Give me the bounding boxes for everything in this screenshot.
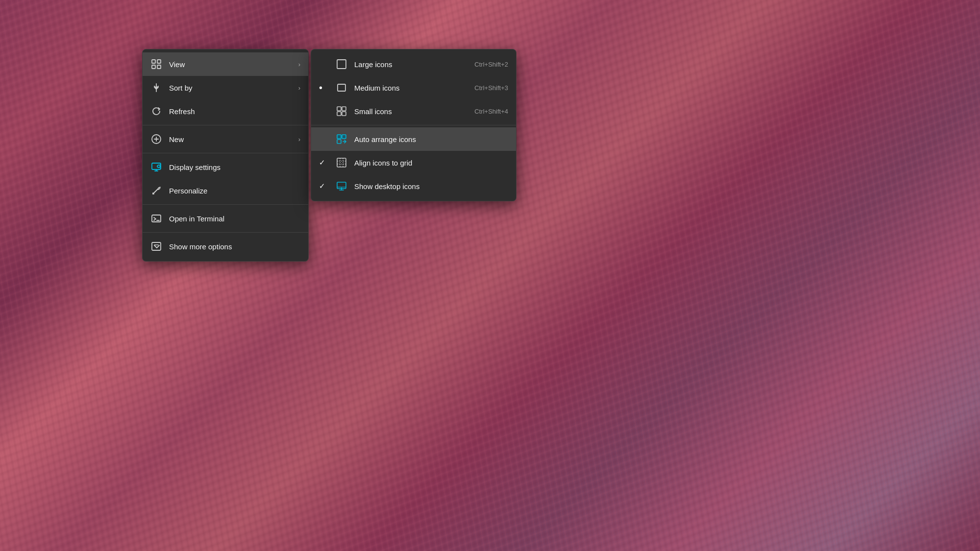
large-shortcut: Ctrl+Shift+2 (474, 61, 508, 68)
divider-1 (143, 125, 308, 125)
submenu-small-label: Small icons (354, 107, 467, 116)
view-arrow: › (298, 61, 300, 68)
refresh-icon (150, 105, 162, 117)
svg-rect-2 (152, 65, 155, 69)
svg-rect-21 (342, 107, 346, 111)
submenu-item-show-desktop[interactable]: ✓ Show desktop icons (311, 174, 516, 198)
submenu-desktop-label: Show desktop icons (354, 182, 508, 191)
new-arrow: › (298, 136, 300, 143)
svg-rect-1 (157, 60, 161, 63)
menu-item-view-label: View (169, 60, 292, 69)
align-grid-icon (336, 157, 347, 168)
small-shortcut: Ctrl+Shift+4 (474, 108, 508, 115)
align-check: ✓ (319, 158, 329, 167)
display-icon (150, 161, 162, 173)
svg-rect-26 (337, 140, 341, 144)
submenu-auto-label: Auto arrange icons (354, 135, 508, 144)
menu-item-personalize-label: Personalize (169, 187, 300, 195)
svg-rect-28 (337, 158, 346, 167)
medium-dot: • (319, 83, 329, 93)
menu-item-show-more[interactable]: Show more options (143, 235, 308, 258)
auto-arrange-icon (336, 133, 347, 145)
menu-item-new-label: New (169, 135, 292, 144)
menu-item-terminal-label: Open in Terminal (169, 215, 300, 223)
sort-arrow: › (298, 84, 300, 92)
more-icon (150, 240, 162, 252)
svg-rect-25 (342, 135, 346, 139)
menu-item-new[interactable]: New › (143, 127, 308, 151)
svg-rect-18 (338, 84, 345, 91)
submenu-align-label: Align icons to grid (354, 159, 508, 167)
menu-item-sort-by[interactable]: Sort by › (143, 76, 308, 99)
desktop-background: View › Sort by › (0, 0, 980, 551)
large-check (319, 60, 329, 69)
menu-item-refresh-label: Refresh (169, 107, 300, 116)
svg-rect-13 (152, 215, 161, 222)
submenu-large-label: Large icons (354, 60, 467, 69)
grid-icon (150, 58, 162, 70)
submenu-item-auto-arrange[interactable]: Auto arrange icons (311, 127, 516, 151)
small-check (319, 107, 329, 116)
menu-item-refresh[interactable]: Refresh (143, 99, 308, 123)
submenu-item-align-grid[interactable]: ✓ Align icons to grid (311, 151, 516, 174)
divider-4 (143, 232, 308, 233)
svg-rect-9 (152, 163, 161, 169)
sort-icon (150, 82, 162, 94)
menu-item-display-settings[interactable]: Display settings (143, 155, 308, 179)
svg-rect-22 (337, 112, 341, 116)
context-menu-container: View › Sort by › (142, 49, 516, 262)
show-desktop-icon (336, 180, 347, 192)
submenu-divider-1 (311, 125, 516, 125)
svg-rect-24 (337, 135, 341, 139)
svg-rect-0 (152, 60, 155, 63)
menu-item-view[interactable]: View › (143, 52, 308, 76)
context-menu: View › Sort by › (142, 49, 309, 262)
submenu-medium-label: Medium icons (354, 84, 467, 92)
submenu-item-large-icons[interactable]: Large icons Ctrl+Shift+2 (311, 52, 516, 76)
svg-rect-15 (152, 242, 161, 250)
large-icon-icon (336, 58, 347, 70)
small-icon-icon (336, 105, 347, 117)
menu-item-display-label: Display settings (169, 163, 300, 171)
divider-2 (143, 153, 308, 153)
auto-check (319, 135, 329, 144)
divider-3 (143, 204, 308, 205)
medium-shortcut: Ctrl+Shift+3 (474, 84, 508, 92)
menu-item-terminal[interactable]: Open in Terminal (143, 207, 308, 230)
menu-item-more-label: Show more options (169, 242, 300, 251)
view-submenu: Large icons Ctrl+Shift+2 • Medium icons … (311, 49, 516, 201)
svg-rect-17 (337, 60, 346, 69)
submenu-item-medium-icons[interactable]: • Medium icons Ctrl+Shift+3 (311, 76, 516, 99)
medium-icon-icon (336, 82, 347, 94)
personalize-icon (150, 185, 162, 196)
svg-rect-20 (337, 107, 341, 111)
svg-rect-23 (342, 112, 346, 116)
svg-rect-3 (157, 65, 161, 69)
terminal-icon (150, 213, 162, 224)
menu-item-sort-label: Sort by (169, 84, 292, 92)
desktop-check: ✓ (319, 182, 329, 191)
new-icon (150, 133, 162, 145)
menu-item-personalize[interactable]: Personalize (143, 179, 308, 202)
submenu-item-small-icons[interactable]: Small icons Ctrl+Shift+4 (311, 99, 516, 123)
